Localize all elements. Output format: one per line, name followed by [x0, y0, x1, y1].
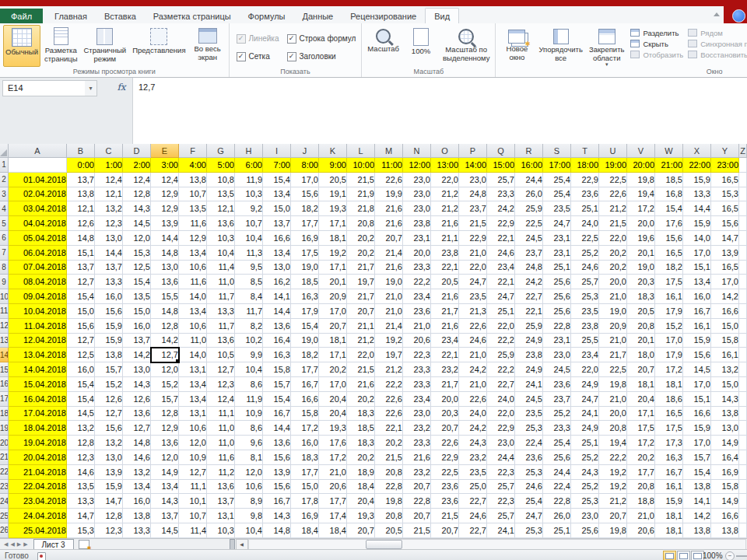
cell[interactable]: 15,2: [151, 377, 179, 392]
hour-header-cell[interactable]: 18:00: [571, 158, 599, 173]
cell[interactable]: 22,9: [487, 421, 515, 436]
cell[interactable]: 15,4: [291, 319, 319, 334]
select-all-button[interactable]: [0, 144, 9, 158]
cell[interactable]: 16,5: [711, 173, 739, 187]
cell[interactable]: 19,2: [599, 465, 627, 480]
cell[interactable]: 22,1: [431, 348, 459, 362]
zoom-100-button[interactable]: 100%: [403, 25, 439, 67]
cell[interactable]: 21,3: [459, 304, 487, 319]
cell[interactable]: 11,7: [207, 319, 235, 334]
cell[interactable]: 21,7: [347, 289, 375, 304]
cell[interactable]: 13,7: [123, 334, 151, 348]
cell[interactable]: 23,6: [431, 494, 459, 509]
cell[interactable]: 15,2: [95, 377, 123, 392]
cell[interactable]: [739, 362, 747, 377]
cell[interactable]: 11,9: [235, 392, 263, 407]
column-header-R[interactable]: R: [515, 144, 543, 158]
arrange-all-button[interactable]: Упорядочить все: [536, 25, 585, 67]
cell[interactable]: 10,8: [207, 173, 235, 187]
cell[interactable]: 17,5: [291, 246, 319, 261]
hour-header-cell[interactable]: 1:00: [95, 158, 123, 173]
cell[interactable]: [739, 246, 747, 261]
cell[interactable]: 23,2: [403, 465, 431, 480]
cell[interactable]: 17,0: [319, 377, 347, 392]
freeze-panes-button[interactable]: Закрепить области▾: [587, 25, 627, 67]
cell[interactable]: 21,1: [347, 319, 375, 334]
cell[interactable]: 22,8: [543, 319, 571, 334]
cell[interactable]: 10,3: [207, 231, 235, 246]
cell[interactable]: 18,5: [291, 275, 319, 289]
cell[interactable]: 21,6: [375, 261, 403, 275]
cell[interactable]: 16,0: [123, 494, 151, 509]
cell[interactable]: 22,3: [487, 465, 515, 480]
cell[interactable]: 21,2: [431, 201, 459, 216]
cell[interactable]: 24,3: [459, 436, 487, 450]
cell[interactable]: 17,9: [655, 304, 683, 319]
cell[interactable]: 20,4: [319, 392, 347, 407]
cell[interactable]: 15,6: [263, 450, 291, 465]
cell[interactable]: 22,0: [571, 362, 599, 377]
cell[interactable]: 23,8: [515, 348, 543, 362]
cell[interactable]: [739, 348, 747, 362]
cell[interactable]: 11,6: [207, 450, 235, 465]
cell[interactable]: 16,1: [711, 348, 739, 362]
cell[interactable]: 25,9: [515, 319, 543, 334]
cell[interactable]: 13,9: [263, 465, 291, 480]
cell[interactable]: 15,6: [683, 348, 711, 362]
cell[interactable]: 18,4: [319, 523, 347, 538]
cell[interactable]: 20,6: [319, 480, 347, 495]
tab-file[interactable]: Файл: [0, 9, 43, 23]
cell[interactable]: 20,5: [319, 173, 347, 187]
cell[interactable]: 11,7: [235, 304, 263, 319]
cell[interactable]: 10,6: [179, 421, 207, 436]
cell[interactable]: 23,8: [403, 216, 431, 231]
new-window-button[interactable]: Новое окно: [499, 25, 535, 67]
cell[interactable]: 12,9: [151, 421, 179, 436]
cell[interactable]: 20,0: [431, 392, 459, 407]
cell[interactable]: 18,1: [655, 523, 683, 538]
date-cell[interactable]: 16.04.2018: [9, 392, 67, 407]
scroll-left-icon[interactable]: ◀: [236, 539, 248, 550]
cell[interactable]: 25,9: [515, 201, 543, 216]
cell[interactable]: 20,5: [431, 275, 459, 289]
row-header-25[interactable]: 25: [0, 509, 9, 523]
hour-header-cell[interactable]: 16:00: [515, 158, 543, 173]
cell[interactable]: 25,7: [487, 509, 515, 523]
cell[interactable]: 25,1: [543, 261, 571, 275]
column-header-P[interactable]: P: [459, 144, 487, 158]
row-header-15[interactable]: 15: [0, 362, 9, 377]
cell[interactable]: 12,0: [235, 465, 263, 480]
hour-header-cell[interactable]: 6:00: [235, 158, 263, 173]
cell[interactable]: 20,7: [347, 304, 375, 319]
cell[interactable]: [739, 523, 747, 538]
cell[interactable]: 23,5: [459, 289, 487, 304]
date-cell[interactable]: 02.04.2018: [9, 187, 67, 202]
cell[interactable]: 21,0: [627, 509, 655, 523]
name-box-caret-icon[interactable]: ▾: [85, 80, 97, 96]
date-cell[interactable]: 06.04.2018: [9, 246, 67, 261]
cell[interactable]: 17,1: [319, 261, 347, 275]
cell[interactable]: 13,5: [207, 187, 235, 202]
cell[interactable]: 11,4: [207, 261, 235, 275]
cell[interactable]: 15,4: [67, 289, 95, 304]
cell[interactable]: 19,2: [375, 334, 403, 348]
cell[interactable]: 13,6: [207, 216, 235, 231]
help-icon[interactable]: [732, 9, 745, 23]
cell[interactable]: 21,0: [375, 304, 403, 319]
cell[interactable]: 10,2: [235, 334, 263, 348]
cell[interactable]: 17,0: [683, 377, 711, 392]
cell[interactable]: 16,1: [683, 319, 711, 334]
cell[interactable]: 14,7: [95, 494, 123, 509]
cell[interactable]: 20,2: [347, 231, 375, 246]
cell[interactable]: 23,4: [403, 392, 431, 407]
cell[interactable]: 10,4: [235, 362, 263, 377]
cell[interactable]: 10,1: [179, 494, 207, 509]
column-header-M[interactable]: M: [375, 144, 403, 158]
cell[interactable]: 13,6: [151, 436, 179, 450]
cell[interactable]: 16,4: [263, 334, 291, 348]
cell[interactable]: 20,2: [319, 362, 347, 377]
cell[interactable]: 21,1: [431, 231, 459, 246]
cell[interactable]: 15,1: [683, 261, 711, 275]
cell[interactable]: 13,4: [179, 392, 207, 407]
cell[interactable]: 25,0: [459, 480, 487, 495]
